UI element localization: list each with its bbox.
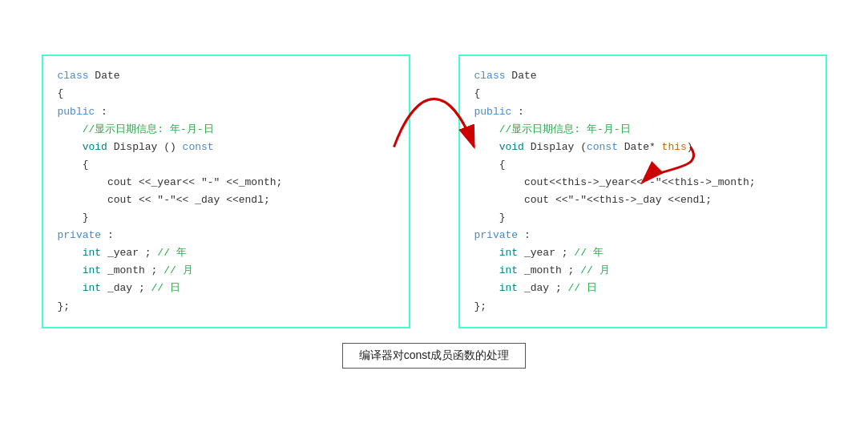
line-9: } [58,209,394,227]
line-10: private : [58,227,394,244]
right-code-panel: class Date { public : //显示日期信息: 年-月-日 vo… [458,54,827,328]
r-line-11: int _year ; // 年 [474,244,811,262]
line-8: cout << "-"<< _day <<endl; [58,191,394,209]
r-line-14: }; [474,298,811,316]
caption-box: 编译器对const成员函数的处理 [342,343,526,369]
r-line-9: } [474,209,811,227]
line-14: }; [58,298,394,316]
r-line-1: class Date [474,67,811,85]
r-line-3: public : [474,103,811,121]
line-13: int _day ; // 日 [58,280,394,297]
diagram-container: class Date { public : //显示日期信息: 年-月-日 vo… [16,54,852,368]
r-line-5: void Display (const Date* this) [474,139,811,156]
left-code-panel: class Date { public : //显示日期信息: 年-月-日 vo… [42,54,410,328]
line-6: { [58,156,394,174]
line-4: //显示日期信息: 年-月-日 [58,121,394,139]
line-3: public : [58,103,394,121]
r-line-7: cout<<this->_year<<"-"<<this->_month; [474,174,811,191]
line-1: class Date [58,67,394,85]
line-12: int _month ; // 月 [58,262,394,280]
r-line-8: cout <<"-"<<this->_day <<endl; [474,191,811,209]
r-line-2: { [474,85,811,103]
caption-text: 编译器对const成员函数的处理 [359,348,509,361]
r-line-13: int _day ; // 日 [474,280,811,297]
line-2: { [58,85,394,103]
panels-wrapper: class Date { public : //显示日期信息: 年-月-日 vo… [16,54,852,328]
line-5: void Display () const [58,139,394,156]
line-7: cout <<_year<< "-" <<_month; [58,174,394,191]
r-line-10: private : [474,227,811,244]
r-line-6: { [474,156,811,174]
r-line-4: //显示日期信息: 年-月-日 [474,121,811,139]
r-line-12: int _month ; // 月 [474,262,811,280]
line-11: int _year ; // 年 [58,244,394,262]
